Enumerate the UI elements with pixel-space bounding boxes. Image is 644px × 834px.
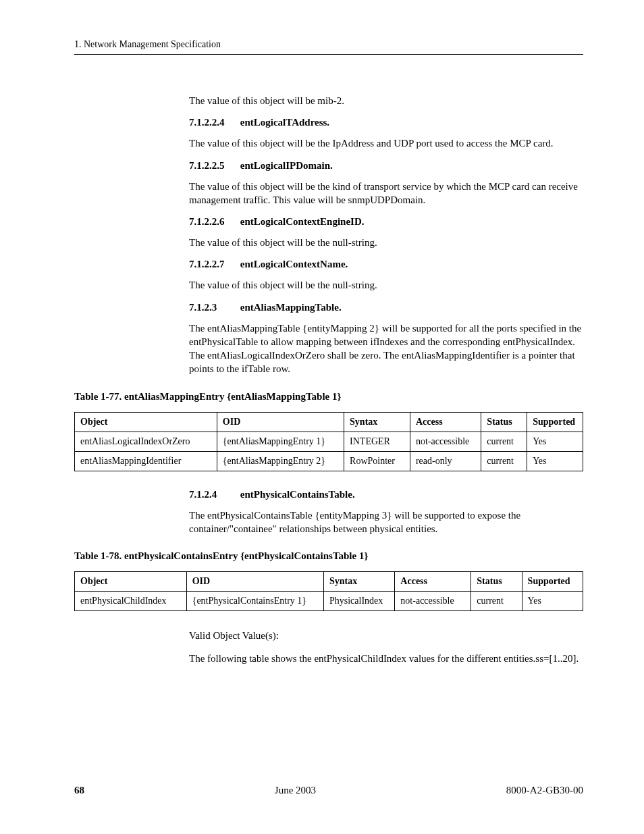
closing-para-2: The following table shows the entPhysica… (189, 652, 583, 665)
cell: read-only (410, 451, 481, 471)
para-71227: The value of this object will be the nul… (189, 278, 583, 292)
th-syntax: Syntax (344, 412, 410, 432)
para-7124: The entPhysicalContainsTable {entityMapp… (189, 509, 583, 536)
heading-71227: 7.1.2.2.7 entLogicalContextName. (189, 259, 583, 270)
cell: PhysicalIndex (323, 592, 394, 611)
table-row: entAliasMappingIdentifier {entAliasMappi… (75, 451, 583, 471)
footer-date: June 2003 (275, 785, 316, 796)
th-supported: Supported (522, 572, 583, 592)
cell: {entAliasMappingEntry 1} (217, 432, 344, 451)
table-row: entPhysicalChildIndex {entPhysicalContai… (75, 592, 583, 611)
heading-71225: 7.1.2.2.5 entLogicalIPDomain. (189, 160, 583, 172)
heading-title: entAliasMappingTable. (240, 302, 342, 313)
heading-title: entPhysicalContainsTable. (240, 489, 355, 500)
th-syntax: Syntax (323, 572, 394, 592)
table-78: Object OID Syntax Access Status Supporte… (74, 571, 583, 611)
th-oid: OID (217, 412, 344, 432)
heading-num: 7.1.2.4 (189, 489, 238, 500)
cell: {entAliasMappingEntry 2} (217, 451, 344, 471)
heading-num: 7.1.2.2.4 (189, 117, 238, 128)
cell: entPhysicalChildIndex (75, 592, 187, 611)
closing-para-1: Valid Object Value(s): (189, 629, 583, 642)
heading-title: entLogicalIPDomain. (240, 160, 333, 171)
th-status: Status (471, 572, 522, 592)
cell: current (481, 432, 527, 451)
footer-docid: 8000-A2-GB30-00 (506, 785, 583, 796)
cell: not-accessible (395, 592, 471, 611)
heading-71224: 7.1.2.2.4 entLogicalTAddress. (189, 117, 583, 128)
table-row: entAliasLogicalIndexOrZero {entAliasMapp… (75, 432, 583, 451)
header-rule (74, 54, 583, 55)
cell: entAliasLogicalIndexOrZero (75, 432, 217, 451)
cell: RowPointer (344, 451, 410, 471)
cell: {entPhysicalContainsEntry 1} (186, 592, 323, 611)
th-supported: Supported (527, 412, 583, 432)
table-header-row: Object OID Syntax Access Status Supporte… (75, 412, 583, 432)
heading-7124: 7.1.2.4 entPhysicalContainsTable. (189, 489, 583, 500)
th-access: Access (410, 412, 481, 432)
heading-71226: 7.1.2.2.6 entLogicalContextEngineID. (189, 216, 583, 228)
cell: not-accessible (410, 432, 481, 451)
para-71225: The value of this object will be the kin… (189, 180, 583, 207)
para-71224: The value of this object will be the IpA… (189, 136, 583, 150)
table-77: Object OID Syntax Access Status Supporte… (74, 412, 583, 471)
heading-7123: 7.1.2.3 entAliasMappingTable. (189, 302, 583, 313)
heading-title: entLogicalContextEngineID. (240, 216, 365, 227)
th-oid: OID (186, 572, 323, 592)
para-71226: The value of this object will be the nul… (189, 236, 583, 249)
intro-para: The value of this object will be mib-2. (189, 94, 583, 107)
cell: Yes (527, 451, 583, 471)
cell: Yes (522, 592, 583, 611)
cell: Yes (527, 432, 583, 451)
cell: entAliasMappingIdentifier (75, 451, 217, 471)
cell: current (471, 592, 522, 611)
running-header: 1. Network Management Specification (74, 39, 583, 50)
table-77-caption: Table 1-77. entAliasMappingEntry {entAli… (74, 391, 583, 402)
th-access: Access (395, 572, 471, 592)
heading-title: entLogicalContextName. (240, 259, 348, 269)
cell: current (481, 451, 527, 471)
table-78-caption: Table 1-78. entPhysicalContainsEntry {en… (74, 550, 583, 562)
th-object: Object (75, 412, 217, 432)
table-header-row: Object OID Syntax Access Status Supporte… (75, 572, 583, 592)
page-footer: 68 June 2003 8000-A2-GB30-00 (74, 785, 583, 796)
th-status: Status (481, 412, 527, 432)
heading-num: 7.1.2.2.6 (189, 216, 238, 228)
heading-num: 7.1.2.2.5 (189, 160, 238, 172)
cell: INTEGER (344, 432, 410, 451)
heading-num: 7.1.2.3 (189, 302, 238, 313)
page-number: 68 (74, 785, 84, 796)
th-object: Object (75, 572, 187, 592)
heading-title: entLogicalTAddress. (240, 117, 329, 128)
heading-num: 7.1.2.2.7 (189, 259, 238, 270)
para-7123: The entAliasMappingTable {entityMapping … (189, 321, 583, 376)
